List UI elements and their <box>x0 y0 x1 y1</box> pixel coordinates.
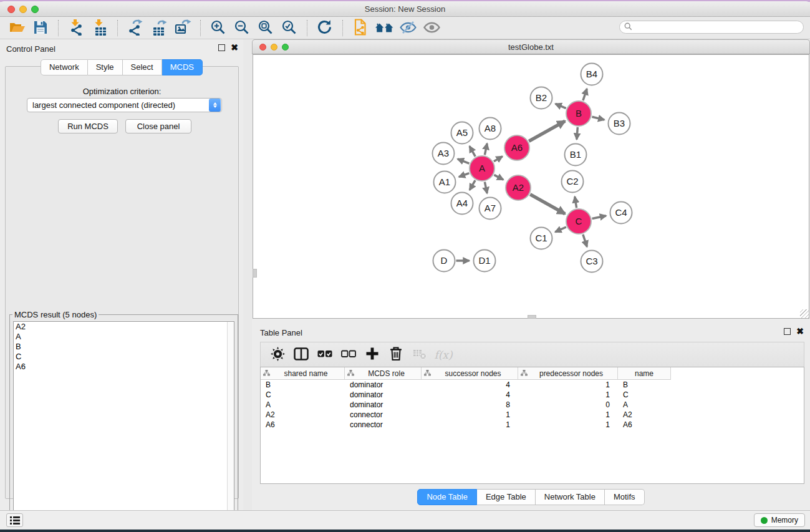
table-cell[interactable]: A <box>618 400 671 409</box>
search-field[interactable] <box>619 21 804 34</box>
network-from-file-button[interactable] <box>349 19 372 37</box>
close-panel-icon[interactable]: ✖ <box>231 44 238 51</box>
column-header-predecessor-nodes[interactable]: predecessor nodes <box>518 367 618 380</box>
float-panel-icon[interactable] <box>218 44 225 51</box>
table-cell[interactable]: 1 <box>422 420 518 429</box>
edge-C-C1[interactable] <box>555 227 566 232</box>
show-panels-button[interactable] <box>6 513 23 527</box>
table-row[interactable]: A6connector11A6 <box>261 420 804 430</box>
table-cell[interactable]: 1 <box>518 420 618 429</box>
network-window-titlebar[interactable]: testGlobe.txt <box>252 39 810 54</box>
edge-B-B4[interactable] <box>583 89 587 100</box>
table-cell[interactable]: 8 <box>422 400 518 409</box>
open-session-button[interactable] <box>5 19 29 37</box>
close-table-panel-icon[interactable]: ✖ <box>796 328 804 335</box>
column-header-name[interactable]: name <box>618 367 671 380</box>
zoom-in-button[interactable] <box>206 19 230 37</box>
export-table-button[interactable] <box>147 19 171 37</box>
table-cell[interactable]: 4 <box>422 390 518 399</box>
table-cell[interactable]: 1 <box>518 380 618 389</box>
table-row[interactable]: Bdominator41B <box>261 380 804 390</box>
table-cell[interactable]: connector <box>345 410 422 419</box>
table-cell[interactable]: B <box>261 380 345 389</box>
run-mcds-button[interactable]: Run MCDS <box>58 119 118 133</box>
network-graph[interactable]: AA1A2A3A4A5A6A7A8BB1B2B3B4CC1C2C3C4DD1 <box>253 55 809 318</box>
table-row[interactable]: A2connector11A2 <box>261 410 804 420</box>
table-cell[interactable]: dominator <box>345 390 422 399</box>
node-table[interactable]: shared nameMCDS rolesuccessor nodesprede… <box>260 367 804 484</box>
memory-button[interactable]: Memory <box>754 513 805 527</box>
edge-B-B2[interactable] <box>556 104 566 108</box>
refresh-button[interactable] <box>313 19 337 37</box>
table-cell[interactable]: A6 <box>261 420 345 429</box>
table-cell[interactable]: 1 <box>518 390 618 399</box>
column-header-MCDS-role[interactable]: MCDS role <box>345 367 422 380</box>
tab-select[interactable]: Select <box>123 59 162 75</box>
export-image-button[interactable] <box>171 19 195 37</box>
tab-style[interactable]: Style <box>88 59 123 75</box>
column-header-shared-name[interactable]: shared name <box>261 367 345 380</box>
zoom-fit-button[interactable] <box>254 19 277 37</box>
mcds-result-item[interactable]: A2 <box>14 322 234 332</box>
table-cell[interactable]: 4 <box>422 380 518 389</box>
export-network-button[interactable] <box>123 19 147 37</box>
table-row[interactable]: Adominator80A <box>261 400 804 410</box>
settings-button[interactable] <box>266 345 289 365</box>
edge-A-A6[interactable] <box>494 157 503 162</box>
deselect-all-button[interactable] <box>337 345 360 365</box>
import-network-button[interactable] <box>64 19 88 37</box>
split-panel-button[interactable] <box>289 345 313 365</box>
network-canvas[interactable]: AA1A2A3A4A5A6A7A8BB1B2B3B4CC1C2C3C4DD1 <box>253 54 809 319</box>
show-graphics-details-button[interactable] <box>420 19 443 37</box>
edge-C-C4[interactable] <box>592 216 606 219</box>
table-cell[interactable]: connector <box>345 420 422 429</box>
save-session-button[interactable] <box>29 19 52 37</box>
edge-C-C3[interactable] <box>583 235 587 247</box>
search-input[interactable] <box>632 22 803 32</box>
table-cell[interactable]: 1 <box>518 410 618 419</box>
edge-A-A3[interactable] <box>458 159 470 163</box>
mcds-result-item[interactable]: C <box>14 352 234 362</box>
tab-node-table[interactable]: Node Table <box>417 489 477 505</box>
home-button[interactable] <box>372 19 396 37</box>
mcds-result-item[interactable]: A6 <box>14 362 234 372</box>
edge-A6-B[interactable] <box>529 121 565 141</box>
edge-C-C2[interactable] <box>575 196 577 208</box>
edge-A-A8[interactable] <box>485 143 487 155</box>
edge-A-A7[interactable] <box>485 182 487 193</box>
zoom-out-button[interactable] <box>230 19 254 37</box>
canvas-horizontal-scroll-thumb[interactable] <box>528 315 536 319</box>
edge-A-A1[interactable] <box>459 173 469 177</box>
select-all-button[interactable] <box>313 345 337 365</box>
import-table-button[interactable] <box>88 19 112 37</box>
table-cell[interactable]: C <box>261 390 345 399</box>
tab-network[interactable]: Network <box>41 59 88 75</box>
table-cell[interactable]: A2 <box>618 410 671 419</box>
float-table-panel-icon[interactable] <box>784 328 791 335</box>
edge-A2-C[interactable] <box>530 195 565 214</box>
tab-network-table[interactable]: Network Table <box>536 489 605 505</box>
resize-grip-icon[interactable] <box>800 309 809 318</box>
column-header-successor-nodes[interactable]: successor nodes <box>422 367 518 380</box>
list-scrollbar[interactable] <box>227 322 234 526</box>
add-column-button[interactable] <box>360 345 384 365</box>
mcds-result-item[interactable]: A <box>14 332 234 342</box>
zoom-selected-button[interactable] <box>277 19 301 37</box>
table-cell[interactable]: C <box>618 390 671 399</box>
table-cell[interactable]: 0 <box>518 400 618 409</box>
edge-A-A5[interactable] <box>470 146 475 156</box>
mcds-result-item[interactable]: B <box>14 342 234 352</box>
table-cell[interactable]: A <box>261 400 345 409</box>
edge-B-B3[interactable] <box>592 117 604 120</box>
hide-graphics-details-button[interactable] <box>396 19 420 37</box>
canvas-vertical-scroll-thumb[interactable] <box>253 269 257 278</box>
close-panel-button[interactable]: Close panel <box>125 119 191 133</box>
mcds-result-list[interactable]: A2ABCA6 <box>13 321 234 527</box>
tab-edge-table[interactable]: Edge Table <box>477 489 536 505</box>
edge-A-A2[interactable] <box>494 175 503 180</box>
table-cell[interactable]: B <box>618 380 671 389</box>
table-cell[interactable]: A6 <box>618 420 671 429</box>
optimization-criterion-select[interactable]: largest connected component (directed) <box>27 98 222 112</box>
delete-column-button[interactable] <box>384 345 408 365</box>
table-cell[interactable]: dominator <box>345 380 422 389</box>
